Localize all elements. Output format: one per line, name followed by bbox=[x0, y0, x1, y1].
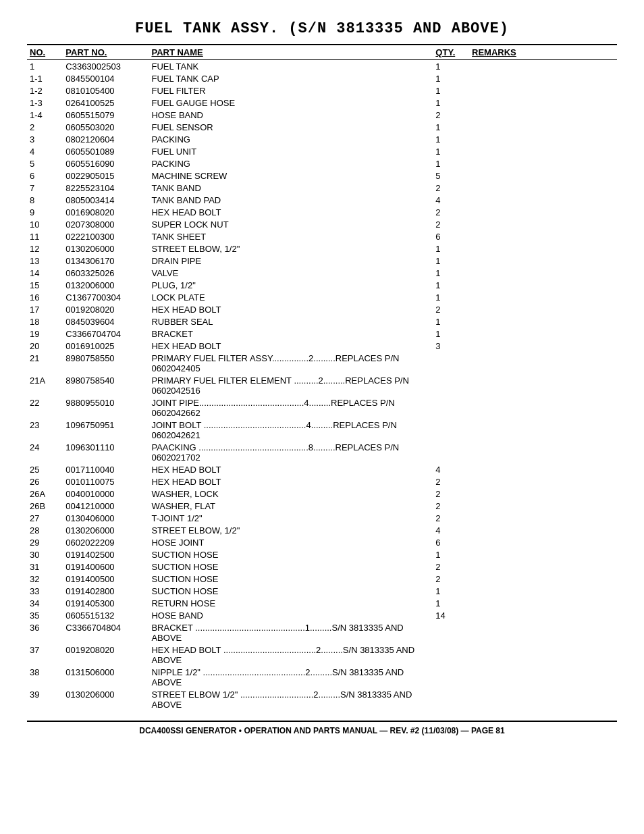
col-header-part: PART NO. bbox=[63, 45, 149, 60]
cell-no: 29 bbox=[27, 536, 63, 548]
cell-part: 0845500104 bbox=[63, 72, 149, 84]
cell-name: T-JOINT 1/2" bbox=[149, 512, 433, 524]
table-row: 30802120604PACKING1 bbox=[27, 133, 617, 145]
cell-remarks bbox=[469, 291, 617, 303]
table-row: 350605515132HOSE BAND14 bbox=[27, 609, 617, 621]
cell-name: TANK BAND bbox=[149, 182, 433, 194]
cell-no: 12 bbox=[27, 242, 63, 255]
table-row: 310191400600SUCTION HOSE2 bbox=[27, 561, 617, 573]
cell-part: 0605501089 bbox=[63, 145, 149, 157]
cell-remarks bbox=[469, 133, 617, 145]
cell-part: 0191400600 bbox=[63, 561, 149, 573]
cell-part: 0016908020 bbox=[63, 206, 149, 218]
cell-no: 22 bbox=[27, 396, 63, 419]
table-row: 340191405300RETURN HOSE1 bbox=[27, 597, 617, 609]
table-row: 390130206000STREET ELBOW 1/2" ..........… bbox=[27, 688, 617, 710]
cell-remarks bbox=[469, 170, 617, 182]
cell-no: 1 bbox=[27, 60, 63, 73]
cell-no: 1-4 bbox=[27, 109, 63, 121]
cell-name: HEX HEAD BOLT bbox=[149, 463, 433, 475]
table-row: 231096750951JOINT BOLT .................… bbox=[27, 419, 617, 441]
cell-part: 0130206000 bbox=[63, 524, 149, 536]
cell-name: FUEL UNIT bbox=[149, 145, 433, 157]
cell-qty: 2 bbox=[433, 303, 469, 315]
cell-remarks bbox=[469, 328, 617, 340]
cell-remarks bbox=[469, 573, 617, 585]
cell-name: HEX HEAD BOLT bbox=[149, 475, 433, 488]
cell-no: 13 bbox=[27, 255, 63, 267]
cell-remarks bbox=[469, 475, 617, 488]
cell-qty: 4 bbox=[433, 463, 469, 475]
cell-remarks bbox=[469, 109, 617, 121]
cell-remarks bbox=[469, 666, 617, 688]
cell-name: FUEL GAUGE HOSE bbox=[149, 97, 433, 109]
table-row: 241096301110PAACKING ...................… bbox=[27, 441, 617, 463]
cell-qty: 1 bbox=[433, 157, 469, 170]
cell-remarks bbox=[469, 267, 617, 279]
cell-remarks bbox=[469, 500, 617, 512]
cell-name: PACKING bbox=[149, 157, 433, 170]
cell-remarks bbox=[469, 561, 617, 573]
cell-remarks bbox=[469, 255, 617, 267]
cell-no: 27 bbox=[27, 512, 63, 524]
cell-part: 0130206000 bbox=[63, 242, 149, 255]
cell-no: 17 bbox=[27, 303, 63, 315]
cell-qty: 2 bbox=[433, 182, 469, 194]
cell-no: 8 bbox=[27, 194, 63, 206]
cell-name: DRAIN PIPE bbox=[149, 255, 433, 267]
cell-qty: 1 bbox=[433, 133, 469, 145]
cell-name: RUBBER SEAL bbox=[149, 315, 433, 328]
cell-no: 20 bbox=[27, 340, 63, 352]
cell-name: HOSE JOINT bbox=[149, 536, 433, 548]
cell-no: 2 bbox=[27, 121, 63, 133]
cell-part: 0810105400 bbox=[63, 84, 149, 97]
cell-qty: 14 bbox=[433, 609, 469, 621]
cell-qty: 1 bbox=[433, 548, 469, 561]
cell-remarks bbox=[469, 72, 617, 84]
cell-no: 39 bbox=[27, 688, 63, 710]
table-row: 50605516090PACKING1 bbox=[27, 157, 617, 170]
cell-qty: 4 bbox=[433, 524, 469, 536]
cell-remarks bbox=[469, 419, 617, 441]
cell-no: 26A bbox=[27, 488, 63, 500]
cell-part: 0019208020 bbox=[63, 644, 149, 666]
cell-name: TANK BAND PAD bbox=[149, 194, 433, 206]
table-row: 110222100300TANK SHEET6 bbox=[27, 230, 617, 242]
cell-part: 0845039604 bbox=[63, 315, 149, 328]
cell-part: 0134306170 bbox=[63, 255, 149, 267]
cell-part: 0016910025 bbox=[63, 340, 149, 352]
table-row: 78225523104TANK BAND2 bbox=[27, 182, 617, 194]
cell-name: BRACKET ................................… bbox=[149, 621, 433, 644]
cell-no: 21 bbox=[27, 352, 63, 374]
cell-part: 0605515079 bbox=[63, 109, 149, 121]
cell-no: 15 bbox=[27, 279, 63, 291]
cell-qty: 2 bbox=[433, 109, 469, 121]
cell-no: 37 bbox=[27, 644, 63, 666]
cell-name: PRIMARY FUEL FILTER ASSY...............2… bbox=[149, 352, 433, 374]
cell-no: 10 bbox=[27, 218, 63, 230]
cell-qty: 1 bbox=[433, 242, 469, 255]
table-row: 100207308000SUPER LOCK NUT2 bbox=[27, 218, 617, 230]
cell-remarks bbox=[469, 621, 617, 644]
cell-part: 0605503020 bbox=[63, 121, 149, 133]
cell-remarks bbox=[469, 352, 617, 374]
cell-name: HOSE BAND bbox=[149, 609, 433, 621]
cell-name: HEX HEAD BOLT bbox=[149, 303, 433, 315]
cell-no: 36 bbox=[27, 621, 63, 644]
cell-remarks bbox=[469, 688, 617, 710]
cell-name: BRACKET bbox=[149, 328, 433, 340]
cell-remarks bbox=[469, 121, 617, 133]
cell-qty: 2 bbox=[433, 500, 469, 512]
cell-qty: 3 bbox=[433, 340, 469, 352]
cell-part: C3366704704 bbox=[63, 328, 149, 340]
cell-part: 0191402800 bbox=[63, 585, 149, 597]
table-row: 150132006000PLUG, 1/2"1 bbox=[27, 279, 617, 291]
cell-name: WASHER, FLAT bbox=[149, 500, 433, 512]
table-row: 300191402500SUCTION HOSE1 bbox=[27, 548, 617, 561]
cell-remarks bbox=[469, 548, 617, 561]
cell-no: 34 bbox=[27, 597, 63, 609]
cell-part: 8980758550 bbox=[63, 352, 149, 374]
cell-qty bbox=[433, 419, 469, 441]
cell-part: 0041210000 bbox=[63, 500, 149, 512]
cell-name: STREET ELBOW, 1/2" bbox=[149, 242, 433, 255]
